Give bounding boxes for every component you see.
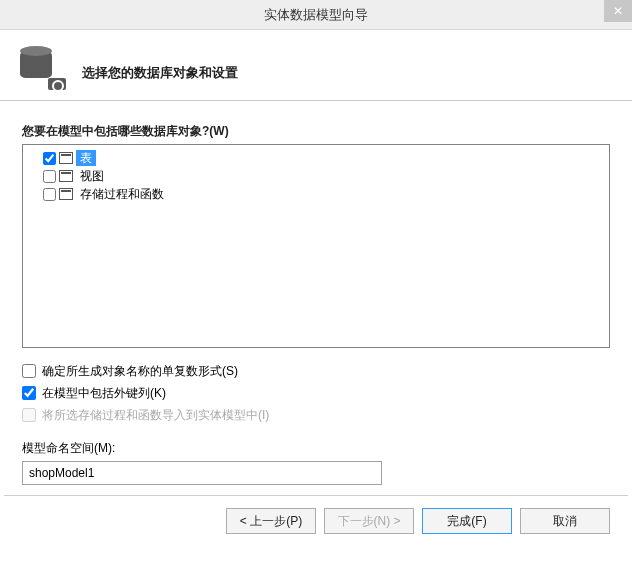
tree-row-tables[interactable]: 表: [29, 149, 603, 167]
sproc-icon: [59, 188, 73, 200]
finish-button[interactable]: 完成(F): [422, 508, 512, 534]
title-bar: 实体数据模型向导 ✕: [0, 0, 632, 30]
button-row: < 上一步(P) 下一步(N) > 完成(F) 取消: [0, 496, 632, 546]
tree-checkbox-views[interactable]: [43, 170, 56, 183]
label-include-fk: 在模型中包括外键列(K): [42, 385, 166, 402]
tree-checkbox-tables[interactable]: [43, 152, 56, 165]
next-button: 下一步(N) >: [324, 508, 414, 534]
option-import-sp: 将所选存储过程和函数导入到实体模型中(I): [22, 404, 610, 426]
namespace-label: 模型命名空间(M):: [22, 440, 610, 457]
body-area: 您要在模型中包括哪些数据库对象?(W) 表 视图 存储过程和函数 确定所生成对象…: [0, 101, 632, 495]
tree-label-sprocs: 存储过程和函数: [76, 186, 168, 202]
checkbox-import-sp: [22, 408, 36, 422]
label-pluralize: 确定所生成对象名称的单复数形式(S): [42, 363, 238, 380]
options-block: 确定所生成对象名称的单复数形式(S) 在模型中包括外键列(K) 将所选存储过程和…: [22, 360, 610, 426]
close-button[interactable]: ✕: [604, 0, 632, 22]
db-objects-tree[interactable]: 表 视图 存储过程和函数: [22, 144, 610, 348]
prev-button[interactable]: < 上一步(P): [226, 508, 316, 534]
header-area: 选择您的数据库对象和设置: [0, 30, 632, 101]
option-include-fk[interactable]: 在模型中包括外键列(K): [22, 382, 610, 404]
cancel-button[interactable]: 取消: [520, 508, 610, 534]
option-pluralize[interactable]: 确定所生成对象名称的单复数形式(S): [22, 360, 610, 382]
header-subtitle: 选择您的数据库对象和设置: [82, 48, 238, 82]
view-icon: [59, 170, 73, 182]
tree-label-tables: 表: [76, 150, 96, 166]
tree-question: 您要在模型中包括哪些数据库对象?(W): [22, 123, 610, 140]
tree-row-views[interactable]: 视图: [29, 167, 603, 185]
table-icon: [59, 152, 73, 164]
window-title: 实体数据模型向导: [264, 6, 368, 24]
close-icon: ✕: [613, 4, 623, 18]
database-icon: [20, 48, 60, 86]
tree-label-views: 视图: [76, 168, 108, 184]
tree-checkbox-sprocs[interactable]: [43, 188, 56, 201]
label-import-sp: 将所选存储过程和函数导入到实体模型中(I): [42, 407, 269, 424]
checkbox-include-fk[interactable]: [22, 386, 36, 400]
namespace-input[interactable]: [22, 461, 382, 485]
tree-row-sprocs[interactable]: 存储过程和函数: [29, 185, 603, 203]
checkbox-pluralize[interactable]: [22, 364, 36, 378]
